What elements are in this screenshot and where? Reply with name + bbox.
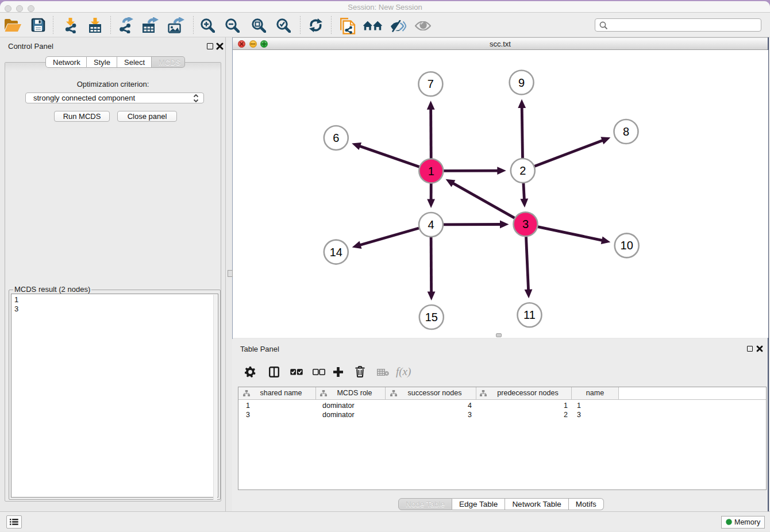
svg-text:10: 10 xyxy=(621,239,633,252)
svg-text:4: 4 xyxy=(428,218,434,231)
svg-text:8: 8 xyxy=(623,125,629,138)
svg-text:11: 11 xyxy=(523,309,536,321)
svg-text:6: 6 xyxy=(333,132,339,144)
svg-text:1: 1 xyxy=(428,165,434,178)
svg-text:7: 7 xyxy=(428,78,434,90)
svg-text:2: 2 xyxy=(519,164,526,177)
svg-text:3: 3 xyxy=(522,218,529,230)
svg-text:9: 9 xyxy=(518,76,525,89)
svg-text:15: 15 xyxy=(425,311,438,323)
svg-text:14: 14 xyxy=(330,246,342,259)
